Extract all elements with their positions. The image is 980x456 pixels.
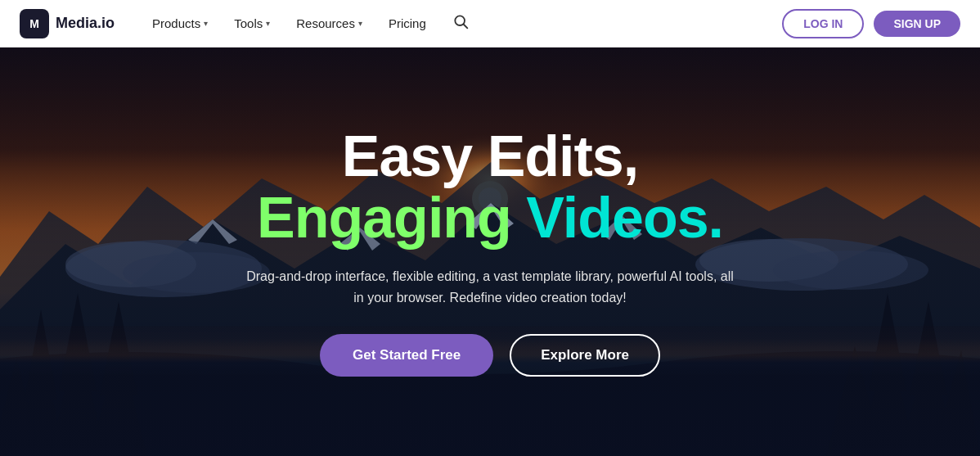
hero-section: Easy Edits, Engaging Videos. Drag-and-dr…: [0, 47, 980, 456]
logo-link[interactable]: M Media.io: [20, 9, 115, 38]
hero-content: Easy Edits, Engaging Videos. Drag-and-dr…: [228, 127, 752, 377]
chevron-down-icon: ▾: [266, 19, 270, 28]
nav-links: Products ▾ Tools ▾ Resources ▾ Pricing: [141, 7, 782, 40]
hero-title-green: Engaging: [257, 186, 511, 250]
hero-title-line2: Engaging Videos.: [245, 187, 735, 250]
nav-item-pricing[interactable]: Pricing: [377, 10, 438, 37]
hero-buttons: Get Started Free Explore More: [245, 334, 735, 377]
explore-more-button[interactable]: Explore More: [510, 334, 660, 377]
logo-text: Media.io: [56, 15, 115, 32]
svg-line-1: [464, 25, 468, 29]
signup-button[interactable]: SIGN UP: [874, 11, 960, 37]
login-button[interactable]: LOG IN: [782, 9, 864, 38]
nav-item-tools[interactable]: Tools ▾: [223, 10, 281, 37]
search-icon: [452, 13, 469, 29]
nav-item-products[interactable]: Products ▾: [141, 10, 219, 37]
chevron-down-icon: ▾: [358, 19, 362, 28]
navbar: M Media.io Products ▾ Tools ▾ Resources …: [0, 0, 980, 47]
hero-subtitle: Drag-and-drop interface, flexible editin…: [245, 266, 735, 308]
search-button[interactable]: [441, 7, 480, 40]
navbar-actions: LOG IN SIGN UP: [782, 9, 960, 38]
get-started-button[interactable]: Get Started Free: [320, 334, 493, 377]
hero-title-cyan: Videos.: [526, 186, 723, 250]
chevron-down-icon: ▾: [204, 19, 208, 28]
hero-title-line1: Easy Edits,: [245, 127, 735, 187]
logo-icon: M: [20, 9, 49, 38]
nav-item-resources[interactable]: Resources ▾: [285, 10, 374, 37]
